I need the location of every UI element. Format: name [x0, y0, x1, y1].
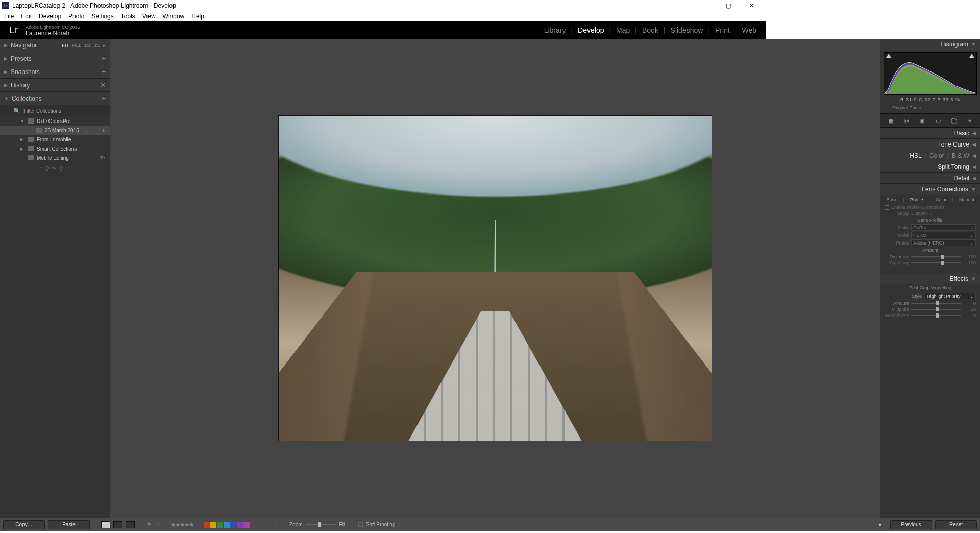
module-library[interactable]: Library: [544, 26, 566, 34]
snapshots-label: Snapshots: [11, 68, 40, 76]
module-develop[interactable]: Develop: [578, 26, 604, 34]
clear-history-icon[interactable]: ✕: [100, 81, 106, 89]
window-close-button[interactable]: ✕: [740, 0, 764, 11]
zoom-3to1[interactable]: 3:1: [93, 43, 100, 48]
collection-label: DxO OpticsPro: [37, 118, 71, 124]
triangle-icon: ▶: [4, 43, 8, 48]
collection-icon: [28, 155, 34, 160]
collection-item[interactable]: ▼ DxO OpticsPro: [0, 116, 110, 126]
collection-label: Mobile Editing: [37, 155, 69, 161]
collection-label: From Lr mobile: [37, 137, 71, 142]
collection-item[interactable]: ▶ From Lr mobile: [0, 135, 110, 144]
add-preset-icon[interactable]: +: [102, 55, 106, 62]
app-icon: Lr: [2, 2, 9, 9]
collection-item[interactable]: ▶ Smart Collections: [0, 144, 110, 153]
menu-tools[interactable]: Tools: [121, 13, 135, 20]
menu-photo[interactable]: Photo: [68, 13, 84, 20]
panel-end-ornament: ∽◇∾◇∽: [0, 162, 110, 174]
module-print[interactable]: Print: [715, 26, 730, 34]
menu-view[interactable]: View: [142, 13, 156, 20]
module-slideshow[interactable]: Slideshow: [671, 26, 703, 34]
search-icon: 🔍: [13, 108, 20, 114]
module-web[interactable]: Web: [742, 26, 756, 34]
menu-window[interactable]: Window: [163, 13, 185, 20]
snapshots-header[interactable]: ▶ Snapshots +: [0, 65, 110, 79]
triangle-icon: ▼: [20, 119, 24, 124]
window-titlebar: Lr LaptopLRCatalog-2 - Adobe Photoshop L…: [0, 0, 766, 11]
menu-develop[interactable]: Develop: [39, 13, 61, 20]
add-collection-icon[interactable]: +: [102, 94, 106, 102]
menu-edit[interactable]: Edit: [21, 13, 32, 20]
zoom-fit[interactable]: FIT: [62, 43, 69, 48]
left-panel: ▶ Navigator FIT FILL 1:1 3:1 ▸ ▶ Presets…: [0, 39, 110, 415]
collection-count: 30: [100, 155, 108, 160]
image-canvas-area[interactable]: [110, 39, 766, 415]
triangle-icon: ▶: [20, 137, 24, 142]
collection-item[interactable]: 25 March 2015 - … 1: [0, 126, 110, 135]
folder-icon: [28, 118, 34, 124]
navigator-header[interactable]: ▶ Navigator FIT FILL 1:1 3:1 ▸: [0, 39, 110, 52]
triangle-icon: ▶: [20, 147, 24, 151]
window-minimize-button[interactable]: —: [693, 0, 717, 11]
zoom-1to1[interactable]: 1:1: [84, 43, 91, 48]
collection-item[interactable]: Mobile Editing 30: [0, 153, 110, 162]
filter-collections-input[interactable]: 🔍 Filter Collections: [0, 105, 110, 116]
zoom-fill[interactable]: FILL: [72, 43, 81, 48]
collections-header[interactable]: ▼ Collections +: [0, 92, 110, 105]
menu-file[interactable]: File: [4, 13, 14, 20]
triangle-icon: ▶: [4, 83, 8, 88]
collection-label: Smart Collections: [37, 146, 77, 152]
folder-icon: [28, 146, 34, 151]
history-header[interactable]: ▶ History ✕: [0, 79, 110, 92]
collections-label: Collections: [12, 95, 42, 102]
navigator-zoom-options: FIT FILL 1:1 3:1 ▸: [62, 43, 106, 48]
collection-label: 25 March 2015 - …: [45, 128, 89, 133]
folder-icon: [28, 137, 34, 142]
menu-help[interactable]: Help: [191, 13, 204, 20]
history-label: History: [11, 82, 30, 89]
module-map[interactable]: Map: [616, 26, 630, 34]
triangle-icon: ▶: [4, 56, 8, 61]
collection-count: 1: [102, 128, 108, 133]
window-maximize-button[interactable]: ▢: [717, 0, 740, 11]
add-snapshot-icon[interactable]: +: [102, 68, 106, 76]
module-book[interactable]: Book: [642, 26, 658, 34]
workspace: ▶ Navigator FIT FILL 1:1 3:1 ▸ ▶ Presets…: [0, 39, 766, 415]
menu-settings[interactable]: Settings: [91, 13, 113, 20]
presets-header[interactable]: ▶ Presets +: [0, 52, 110, 65]
module-picker-bar: Lr Adobe Lightroom CC 2015 Laurence Nora…: [0, 21, 766, 39]
develop-preview-image[interactable]: [279, 116, 712, 415]
collection-icon: [36, 128, 42, 133]
module-switcher: Library| Develop| Map| Book| Slideshow| …: [544, 26, 756, 34]
chevron-icon[interactable]: ▸: [103, 43, 106, 48]
presets-label: Presets: [11, 55, 32, 62]
menu-bar: File Edit Develop Photo Settings Tools V…: [0, 11, 766, 21]
navigator-label: Navigator: [11, 42, 37, 49]
window-title: LaptopLRCatalog-2 - Adobe Photoshop Ligh…: [12, 2, 693, 9]
lightroom-logo: Lr: [9, 25, 18, 36]
filter-placeholder: Filter Collections: [23, 108, 61, 114]
triangle-icon: ▶: [4, 69, 8, 75]
triangle-icon: ▼: [4, 96, 9, 101]
identity-plate[interactable]: Adobe Lightroom CC 2015 Laurence Norah: [26, 24, 80, 36]
user-name: Laurence Norah: [26, 30, 80, 36]
